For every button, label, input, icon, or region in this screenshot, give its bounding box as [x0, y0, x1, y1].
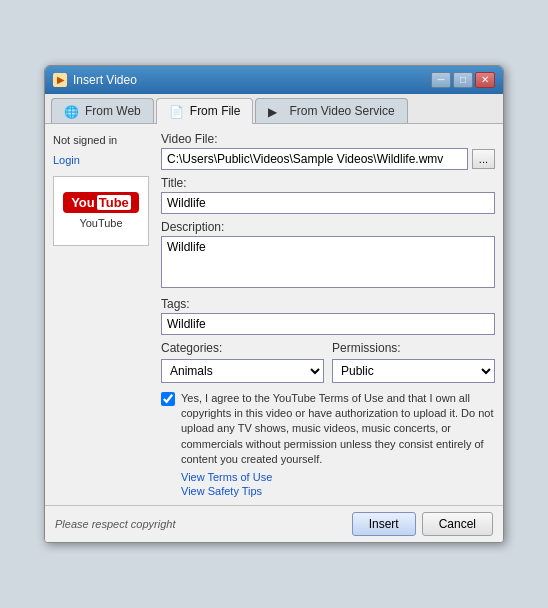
window-title: Insert Video: [73, 73, 137, 87]
tab-from-file[interactable]: 📄 From File: [156, 98, 254, 124]
copyright-note: Please respect copyright: [55, 518, 175, 530]
description-field: Description: Wildlife: [161, 220, 495, 291]
permissions-select[interactable]: Public Private Unlisted: [332, 359, 495, 383]
title-field: Title:: [161, 176, 495, 214]
tags-label: Tags:: [161, 297, 495, 311]
youtube-logo: You Tube: [63, 192, 139, 213]
insert-video-dialog: ▶ Insert Video ─ □ ✕ 🌐 From Web 📄 From F…: [44, 65, 504, 544]
tos-text: Yes, I agree to the YouTube Terms of Use…: [181, 392, 493, 466]
title-label: Title:: [161, 176, 495, 190]
categories-field: Categories: Animals Music Sports Travel …: [161, 341, 324, 383]
maximize-button[interactable]: □: [453, 72, 473, 88]
categories-label: Categories:: [161, 341, 324, 355]
video-service-icon: ▶: [268, 105, 284, 117]
youtube-tube-text: Tube: [97, 195, 131, 210]
tab-from-web[interactable]: 🌐 From Web: [51, 98, 154, 123]
tos-links: View Terms of Use View Safety Tips: [181, 471, 495, 497]
categories-permissions-row: Categories: Animals Music Sports Travel …: [161, 341, 495, 383]
login-link[interactable]: Login: [53, 152, 153, 168]
video-file-row: ...: [161, 148, 495, 170]
tos-text-area: Yes, I agree to the YouTube Terms of Use…: [181, 391, 495, 498]
tos-section: Yes, I agree to the YouTube Terms of Use…: [161, 391, 495, 498]
title-bar: ▶ Insert Video ─ □ ✕: [45, 66, 503, 94]
dialog-content: Not signed in Login You Tube YouTube Vid…: [45, 124, 503, 506]
browse-button[interactable]: ...: [472, 149, 495, 169]
video-file-label: Video File:: [161, 132, 495, 146]
video-file-input[interactable]: [161, 148, 468, 170]
dialog-footer: Please respect copyright Insert Cancel: [45, 505, 503, 542]
categories-select[interactable]: Animals Music Sports Travel Gaming Educa…: [161, 359, 324, 383]
tags-input[interactable]: [161, 313, 495, 335]
window-controls: ─ □ ✕: [431, 72, 495, 88]
left-panel: Not signed in Login You Tube YouTube: [53, 132, 153, 498]
web-icon: 🌐: [64, 105, 80, 117]
description-input[interactable]: Wildlife: [161, 236, 495, 288]
video-file-field: Video File: ...: [161, 132, 495, 170]
description-label: Description:: [161, 220, 495, 234]
view-safety-link[interactable]: View Safety Tips: [181, 485, 495, 497]
youtube-you-text: You: [71, 195, 95, 210]
permissions-field: Permissions: Public Private Unlisted: [332, 341, 495, 383]
minimize-button[interactable]: ─: [431, 72, 451, 88]
footer-buttons: Insert Cancel: [352, 512, 493, 536]
right-panel: Video File: ... Title: Description: Wild…: [161, 132, 495, 498]
tos-checkbox[interactable]: [161, 392, 175, 406]
file-icon: 📄: [169, 105, 185, 117]
insert-button[interactable]: Insert: [352, 512, 416, 536]
tab-bar: 🌐 From Web 📄 From File ▶ From Video Serv…: [45, 94, 503, 124]
title-input[interactable]: [161, 192, 495, 214]
youtube-service-name: YouTube: [79, 217, 122, 229]
service-logo-panel: You Tube YouTube: [53, 176, 149, 246]
view-terms-link[interactable]: View Terms of Use: [181, 471, 495, 483]
signed-in-status: Not signed in: [53, 132, 153, 148]
tab-from-file-label: From File: [190, 104, 241, 118]
tab-from-video-service[interactable]: ▶ From Video Service: [255, 98, 407, 123]
tags-field: Tags:: [161, 297, 495, 335]
close-button[interactable]: ✕: [475, 72, 495, 88]
cancel-button[interactable]: Cancel: [422, 512, 493, 536]
title-bar-left: ▶ Insert Video: [53, 73, 137, 87]
permissions-label: Permissions:: [332, 341, 495, 355]
tab-from-video-service-label: From Video Service: [289, 104, 394, 118]
window-icon: ▶: [53, 73, 67, 87]
tab-from-web-label: From Web: [85, 104, 141, 118]
